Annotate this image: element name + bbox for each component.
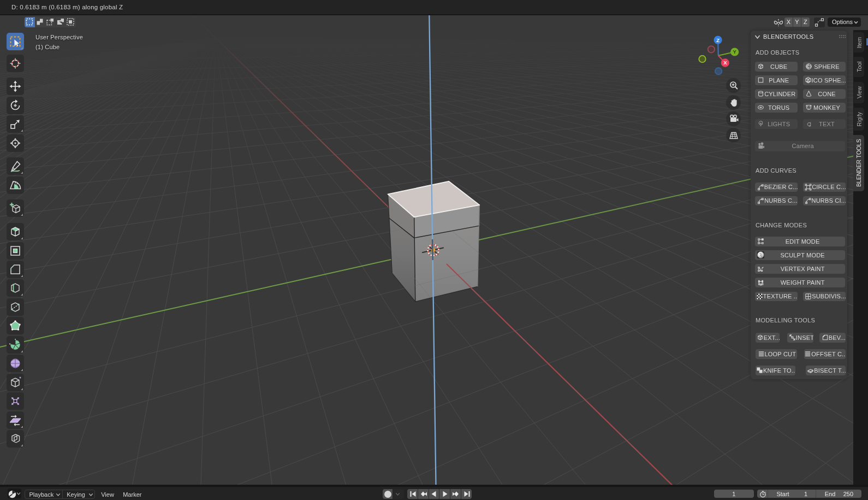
svg-text:Z: Z	[716, 37, 720, 43]
svg-text:Y: Y	[733, 49, 737, 55]
svg-text:X: X	[723, 60, 727, 66]
